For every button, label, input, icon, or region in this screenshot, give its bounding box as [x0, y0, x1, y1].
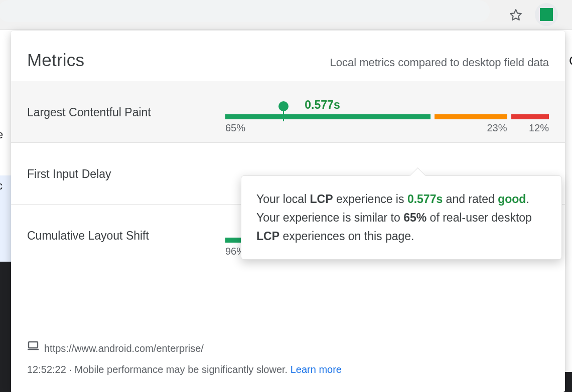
footer-message: Mobile performance may be significantly … — [75, 364, 291, 375]
metric-name: Largest Contentful Paint — [27, 106, 225, 119]
profile-avatar[interactable] — [535, 3, 558, 26]
tooltip-text: of real-user desktop — [426, 211, 532, 224]
distribution-segment — [435, 114, 507, 119]
marker-dot-icon — [278, 101, 289, 111]
metric-name: First Input Delay — [27, 167, 225, 181]
bookmark-star-icon[interactable] — [506, 5, 526, 25]
tooltip-text: experience is — [333, 192, 407, 206]
distribution-segment — [511, 114, 549, 119]
metric-row[interactable]: Largest Contentful Paint0.577s65%23%12% — [11, 81, 565, 143]
distribution-segment-label: 23% — [435, 122, 507, 134]
card-subtitle: Local metrics compared to desktop field … — [330, 56, 549, 69]
tooltip-text: experiences on this page. — [279, 230, 414, 243]
profile-color-square — [540, 8, 553, 21]
background-sliver-dark — [0, 262, 11, 392]
tooltip-text: and rated — [443, 192, 498, 206]
learn-more-link[interactable]: Learn more — [291, 364, 342, 375]
metric-distribution-labels: 65%23%12% — [225, 122, 549, 134]
omnibox-background — [0, 0, 490, 22]
metric-value: 0.577s — [305, 98, 340, 112]
tooltip-rating: good — [498, 192, 526, 206]
footer-timestamp: 12:52:22 — [27, 364, 66, 375]
tooltip-percentile: 65% — [403, 211, 426, 224]
browser-chrome-strip — [0, 0, 572, 30]
card-title: Metrics — [27, 50, 84, 70]
footer-separator: · — [66, 364, 75, 375]
laptop-icon — [27, 339, 39, 358]
card-footer: https://www.android.com/enterprise/ 12:5… — [27, 339, 549, 379]
footer-url-row: https://www.android.com/enterprise/ — [27, 339, 549, 358]
overflow-glyph-right: C — [569, 53, 572, 69]
card-header: Metrics Local metrics compared to deskto… — [11, 31, 565, 81]
metric-tooltip: Your local LCP experience is 0.577s and … — [241, 175, 562, 260]
tooltip-metric-abbrev: LCP — [310, 192, 333, 206]
metric-bar-zone: 0.577s65%23%12% — [225, 97, 549, 127]
tooltip-value: 0.577s — [407, 192, 443, 206]
distribution-segment — [225, 114, 431, 119]
overflow-glyph-left-2: c — [0, 179, 3, 192]
metric-name: Cumulative Layout Shift — [27, 229, 225, 243]
tooltip-text: Your local — [256, 192, 310, 206]
footer-status-row: 12:52:22 · Mobile performance may be sig… — [27, 360, 549, 379]
tooltip-metric-abbrev: LCP — [256, 230, 279, 243]
svg-marker-0 — [510, 10, 521, 20]
overflow-glyph-left-1: e — [0, 128, 3, 141]
svg-rect-1 — [29, 342, 38, 348]
web-vitals-card: Metrics Local metrics compared to deskto… — [11, 31, 565, 392]
distribution-segment-label: 65% — [225, 122, 431, 134]
metric-distribution-bar — [225, 114, 549, 119]
footer-url: https://www.android.com/enterprise/ — [44, 339, 204, 358]
distribution-segment-label: 12% — [511, 122, 549, 134]
